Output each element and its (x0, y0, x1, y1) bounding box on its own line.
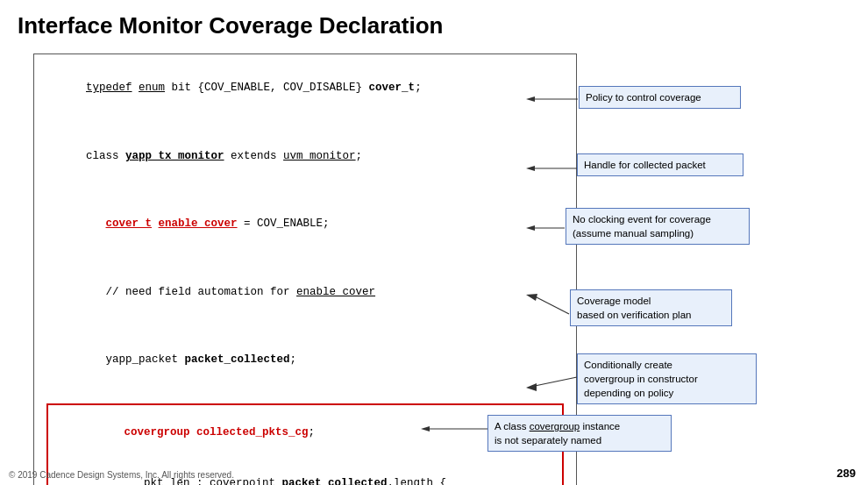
footer: © 2019 Cadence Design Systems, Inc. All … (9, 470, 234, 480)
code-line-1: typedef enum bit {COV_ENABLE, COV_DISABL… (46, 63, 564, 114)
code-line-blank5 (46, 386, 564, 403)
code-line-blank3 (46, 250, 564, 267)
code-line-blank1 (46, 114, 564, 131)
annotation-box-6: A class covergroup instanceis not separa… (487, 415, 672, 452)
code-line-7: // need field automation for enable_cove… (46, 267, 564, 318)
code-line-3: class yapp_tx_monitor extends uvm_monito… (46, 132, 564, 182)
code-line-9: yapp_packet packet_collected; (46, 335, 564, 386)
annotation-box-5: Conditionally createcovergroup in constr… (577, 353, 757, 404)
annotation-box-1: Policy to control coverage (579, 86, 741, 109)
code-line-11: covergroup collected_pkts_cg; (52, 408, 559, 459)
annotation-box-4: Coverage modelbased on verification plan (570, 289, 732, 326)
page-title: Interface Monitor Coverage Declaration (0, 0, 868, 46)
annotation-box-3: No clocking event for coverage(assume ma… (566, 208, 750, 245)
annotation-box-2: Handle for collected packet (577, 153, 743, 176)
page-number: 289 (836, 467, 856, 480)
code-line-5: cover_t enable_cover = COV_ENABLE; (46, 199, 564, 250)
code-line-blank2 (46, 182, 564, 199)
code-line-blank4 (46, 318, 564, 335)
